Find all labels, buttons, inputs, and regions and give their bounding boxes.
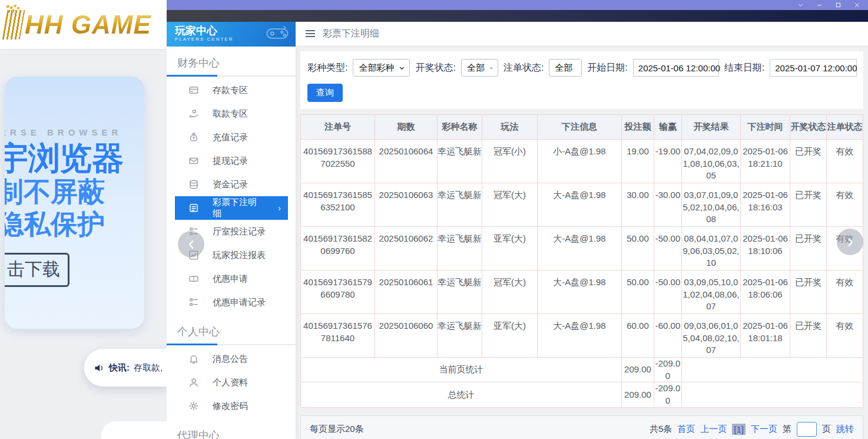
sidebar-item-label: 取款专区 (213, 108, 248, 120)
gear-icon (188, 401, 199, 411)
funds-coins-icon (188, 179, 199, 190)
current-page-indicator[interactable]: [1] (732, 424, 746, 435)
first-page-link[interactable]: 首页 (677, 424, 695, 435)
promo-record-icon (188, 297, 199, 308)
section-title: 代理中心 (177, 428, 296, 439)
table-cell: 2025-01-06 18:16:03 (741, 183, 790, 227)
table-cell: 2025-01-06 18:06:06 (741, 270, 790, 314)
background-page: HH GAME ERSE BROWSER 宇浏览器 制不屏蔽 隐私保护 击下载 … (0, 0, 167, 439)
stat-cell: 当前页统计 (301, 358, 622, 382)
maximize-button[interactable] (835, 2, 842, 8)
sidebar-item[interactable]: 优惠申请 (167, 267, 296, 291)
table-body: 40156917361588702255020250106064幸运飞艇新冠军(… (301, 140, 863, 408)
close-button[interactable] (854, 2, 860, 8)
stat-cell: 总统计 (301, 382, 622, 407)
table-cell: 亚军(大) (482, 314, 538, 358)
sidebar-item-label: 玩家投注报表 (213, 250, 266, 261)
sidebar-item[interactable]: 取款专区 (167, 102, 296, 126)
table-cell: 2025-01-06 18:01:18 (741, 314, 790, 358)
start-date-input[interactable]: 2025-01-06 12:00:00 (633, 59, 719, 77)
column-header: 下注信息 (538, 115, 622, 140)
pagination-bar: 每页显示20条 共5条 首页 上一页 [1] 下一页 第 页 跳转 (300, 415, 863, 439)
site-header: HH GAME (0, 0, 167, 49)
order-status-select[interactable]: 全部 (549, 59, 582, 77)
section-underline (167, 344, 296, 345)
logo-stripes-decoration (2, 10, 25, 39)
stat-cell: 209.00 (622, 382, 654, 407)
banner-tagline: ERSE BROWSER (5, 127, 144, 137)
players-center-header: 玩家中心 PLAYERS CENTER (167, 22, 296, 47)
news-ticker: 快讯: 存取款, (84, 349, 167, 387)
sidebar-item[interactable]: 存款专区 (167, 78, 296, 102)
table-cell: -60.00 (654, 314, 682, 358)
jump-label-post: 页 (822, 424, 831, 435)
bell-icon (188, 354, 199, 364)
table-cell: 冠军(大) (482, 270, 538, 314)
user-icon (188, 377, 199, 388)
carousel-left-arrow[interactable] (178, 231, 204, 258)
recharge-bag-icon (188, 132, 199, 143)
banner-headline: 宇浏览器 (5, 141, 144, 176)
search-button[interactable]: 查询 (307, 84, 343, 102)
table-cell: 19.00 (622, 140, 654, 183)
promo-banner: ERSE BROWSER 宇浏览器 制不屏蔽 隐私保护 击下载 (5, 77, 144, 329)
table-cell: 50.00 (622, 227, 654, 270)
menu-toggle-icon[interactable] (306, 30, 315, 37)
table-row: 40156917361582069976020250106062幸运飞艇新亚军(… (301, 227, 863, 270)
grand-total-row: 总统计209.00-209.00 (301, 382, 863, 407)
sidebar-item-label: 存款专区 (213, 85, 248, 96)
sidebar-item[interactable]: 个人资料 (167, 371, 296, 394)
sidebar-item-label: 优惠申请记录 (213, 297, 266, 308)
chevron-down-icon[interactable] (797, 2, 804, 8)
window-content: 玩家中心 PLAYERS CENTER 财务中心存款专区取款专区充值记录提现记录… (167, 22, 868, 439)
sidebar-item-label: 提现记录 (213, 156, 248, 167)
sidebar-item[interactable]: 彩票下注明细› (175, 196, 288, 220)
sidebar-item-label: 消息公告 (213, 354, 248, 365)
jump-button[interactable]: 跳转 (836, 424, 854, 435)
column-header: 输赢 (654, 115, 682, 140)
table-cell: 亚军(大) (482, 227, 538, 270)
table-cell: 401569173615767811640 (301, 314, 375, 358)
stat-cell: 209.00 (622, 358, 654, 382)
sidebar-item[interactable]: 优惠申请记录 (167, 291, 296, 314)
end-date-input[interactable]: 2025-01-07 12:00:00 (770, 59, 857, 77)
page-title: 彩票下注明细 (323, 28, 379, 40)
lottery-type-select[interactable]: 全部彩种 (353, 59, 410, 77)
column-header: 投注额 (622, 115, 654, 140)
table-cell: 03,09,05,10,01,02,04,08,06,07 (682, 270, 741, 314)
end-date-label: 结束日期: (724, 62, 764, 74)
table-cell: 已开奖 (790, 270, 827, 314)
sidebar-item[interactable]: 资金记录 (167, 173, 296, 196)
window-titlebar (167, 0, 868, 10)
carousel-right-arrow[interactable] (837, 229, 863, 255)
minimize-button[interactable] (816, 2, 823, 8)
bets-table: 注单号期数彩种名称玩法下注信息投注额输赢开奖结果下注时间开奖状态注单状态 401… (300, 114, 863, 408)
lottery-doc-icon (188, 203, 199, 213)
draw-status-select[interactable]: 全部 (461, 59, 498, 77)
table-cell: 已开奖 (790, 314, 827, 358)
prev-page-link[interactable]: 上一页 (700, 424, 727, 435)
table-row: 40156917361585635210020250106063幸运飞艇新冠军(… (301, 183, 863, 227)
table-cell: 大-A盘@1.98 (538, 183, 622, 227)
table-cell: 2025-01-06 18:21:10 (741, 140, 790, 183)
window-toolbar-strip (167, 10, 868, 22)
breadcrumb-bar: 彩票下注明细 (296, 22, 868, 45)
sidebar-item[interactable]: 修改密码 (167, 394, 296, 418)
sidebar-item[interactable]: 消息公告 (167, 347, 296, 371)
table-cell: 08,04,01,07,09,06,03,05,02,10 (682, 227, 741, 270)
site-logo: HH GAME (25, 10, 151, 39)
table-cell: 401569173615820699760 (301, 227, 375, 270)
next-page-link[interactable]: 下一页 (751, 424, 777, 435)
banner-line: 隐私保护 (5, 208, 144, 240)
section-underline (167, 75, 296, 77)
table-cell: 幸运飞艇新 (438, 227, 482, 270)
corner-decoration (101, 421, 167, 439)
column-header: 开奖结果 (682, 115, 741, 140)
jump-page-input[interactable] (797, 422, 817, 437)
main-panel: 彩票下注明细 彩种类型: 全部彩种 开奖状态: 全部 (296, 22, 868, 439)
sidebar-item-label: 修改密码 (213, 401, 248, 412)
sidebar-item[interactable]: 充值记录 (167, 126, 296, 149)
download-button[interactable]: 击下载 (5, 253, 69, 287)
sidebar-item[interactable]: 提现记录 (167, 149, 296, 173)
withdraw-hand-icon (188, 108, 199, 119)
